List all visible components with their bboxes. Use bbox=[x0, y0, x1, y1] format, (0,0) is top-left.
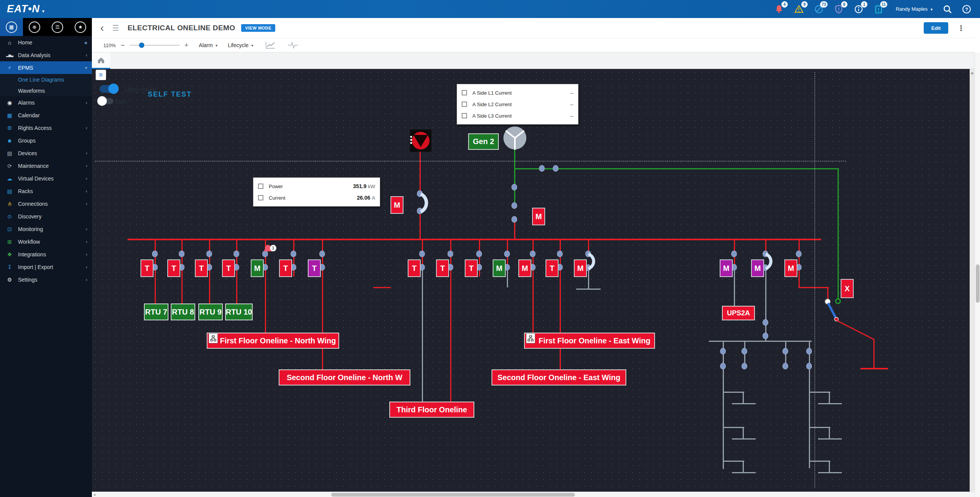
shield-alert-icon[interactable]: 6 bbox=[834, 4, 844, 14]
diagram-shape bbox=[421, 194, 426, 212]
sidebar-item-data-analysis[interactable]: ▂▅▃Data Analysis‹ bbox=[0, 49, 92, 61]
sidebar-item-settings[interactable]: ⚙Settings‹ bbox=[0, 273, 92, 286]
device-node-m[interactable]: M bbox=[532, 208, 545, 225]
device-node-t[interactable]: T bbox=[195, 259, 208, 277]
device-node-t[interactable]: T bbox=[140, 259, 154, 277]
oneline-canvas[interactable]: ≡ Utility Power Gen SELF TEST A Side L1 … bbox=[92, 69, 975, 492]
device-node-m[interactable]: M bbox=[251, 259, 264, 277]
diagram-label[interactable]: RTU 7 bbox=[144, 303, 168, 320]
sidebar-item-racks[interactable]: ▤Racks‹ bbox=[0, 185, 92, 197]
sidebar-item-import-export[interactable]: ↧Import | Export‹ bbox=[0, 261, 92, 273]
device-node-t[interactable]: T bbox=[465, 259, 478, 277]
sidebar-item-integrations[interactable]: ❖Integrations‹ bbox=[0, 248, 92, 261]
rail-globe-icon[interactable]: ⊕ bbox=[23, 18, 46, 36]
sidebar-item-connections[interactable]: ⋔Connections‹ bbox=[0, 197, 92, 210]
alarm-bell-icon[interactable]: 4 bbox=[774, 4, 784, 14]
sidebar-item-alarms[interactable]: ◉Alarms‹ bbox=[0, 96, 92, 109]
eaton-logo[interactable]: EAT•N ▼ bbox=[0, 3, 46, 15]
diagram-label[interactable]: Second Floor Oneline - East Wing bbox=[492, 369, 626, 385]
diagram-label[interactable]: UPS2A bbox=[722, 306, 755, 320]
sidebar-item-monitoring[interactable]: ⊡Monitoring‹ bbox=[0, 223, 92, 235]
tab-home[interactable] bbox=[92, 52, 110, 69]
horizontal-scrollbar[interactable]: ◂ bbox=[92, 492, 975, 497]
vertical-scrollbar[interactable] bbox=[975, 52, 980, 497]
device-node-m[interactable]: M bbox=[751, 259, 764, 277]
device-node-x[interactable]: X bbox=[841, 279, 854, 298]
edit-button[interactable]: Edit bbox=[924, 22, 948, 34]
sidebar-item-one-line-diagrams[interactable]: One Line Diagrams bbox=[0, 74, 92, 85]
sidebar-item-epms[interactable]: ⚡EPMS▾ bbox=[0, 61, 92, 74]
badge-count: 9 bbox=[801, 1, 808, 8]
sidebar-item-devices[interactable]: ▤Devices‹ bbox=[0, 147, 92, 159]
zoom-out-button[interactable]: − bbox=[121, 42, 125, 49]
sidebar-item-groups[interactable]: ☻Groups bbox=[0, 134, 92, 147]
scroll-left-arrow-icon[interactable]: ◂ bbox=[93, 492, 95, 497]
sidebar-item-rights-access[interactable]: ⚙Rights Access‹ bbox=[0, 121, 92, 134]
checkbox[interactable] bbox=[258, 184, 263, 189]
home-icon: ⌂ bbox=[5, 39, 14, 46]
diagram-label[interactable]: First Floor Oneline - North Wing bbox=[207, 333, 339, 349]
diagram-label[interactable]: RTU 9 bbox=[198, 303, 223, 320]
diagram-label[interactable]: Second Floor Oneline - North W bbox=[279, 369, 410, 385]
diagram-label[interactable]: Third Floor Oneline bbox=[389, 402, 474, 418]
datapoint-value: 26.06A bbox=[357, 195, 375, 201]
sidebar-item-label: One Line Diagrams bbox=[18, 77, 64, 83]
device-node-t[interactable]: T bbox=[408, 259, 421, 277]
diagram-label[interactable]: RTU 8 bbox=[171, 303, 195, 320]
canvas-right-strip[interactable]: » bbox=[970, 69, 975, 492]
device-node-m[interactable]: M bbox=[518, 259, 531, 277]
kebab-menu-icon[interactable]: ⋮ bbox=[957, 24, 965, 33]
alarm-dropdown[interactable]: Alarm▾ bbox=[199, 42, 217, 48]
layers-list-button[interactable]: ≡ bbox=[96, 70, 106, 80]
sidebar-item-maintenance[interactable]: ⟳Maintenance‹ bbox=[0, 159, 92, 172]
back-icon[interactable]: ‹ bbox=[100, 23, 104, 33]
user-menu[interactable]: Randy Maples ▼ bbox=[896, 6, 933, 12]
device-node-m[interactable]: M bbox=[493, 259, 506, 277]
device-node-t[interactable]: T bbox=[436, 259, 449, 277]
device-node-t[interactable]: T bbox=[167, 259, 180, 277]
device-node-t[interactable]: T bbox=[222, 259, 235, 277]
device-node-m[interactable]: M bbox=[574, 259, 587, 277]
diagram-label[interactable]: First Floor Oneline - East Wing bbox=[524, 333, 655, 349]
warning-icon[interactable]: 9 bbox=[794, 4, 804, 14]
sidebar-item-home[interactable]: ⌂Home« bbox=[0, 36, 92, 49]
help-icon[interactable]: ? bbox=[962, 4, 972, 14]
task-alert-icon[interactable]: 11 bbox=[874, 4, 884, 14]
device-node-m[interactable]: M bbox=[784, 259, 797, 277]
trend-chart-icon[interactable] bbox=[265, 41, 276, 49]
vertical-scroll-thumb[interactable] bbox=[976, 264, 980, 303]
device-node-t[interactable]: T bbox=[546, 259, 559, 277]
rail-list-icon[interactable]: ☰ bbox=[46, 18, 69, 36]
rail-apps-grid-icon[interactable]: ▦ bbox=[0, 18, 23, 36]
lifecycle-dropdown[interactable]: Lifecycle▾ bbox=[228, 42, 253, 48]
blocked-icon[interactable]: 73 bbox=[814, 4, 824, 14]
checkbox[interactable] bbox=[462, 113, 467, 118]
waveform-icon[interactable] bbox=[287, 41, 298, 49]
zoom-slider[interactable] bbox=[130, 45, 180, 46]
sidebar-item-calendar[interactable]: ▦Calendar bbox=[0, 109, 92, 121]
sidebar-item-label: Connections bbox=[18, 201, 48, 207]
search-icon[interactable] bbox=[942, 4, 952, 14]
info-icon[interactable]: 1 bbox=[854, 4, 864, 14]
device-node-m[interactable]: M bbox=[720, 259, 733, 277]
device-node-m[interactable]: M bbox=[390, 196, 403, 214]
checkbox[interactable] bbox=[258, 195, 263, 200]
sidebar-item-virtual-devices[interactable]: ☁Virtual Devices‹ bbox=[0, 172, 92, 185]
sidebar-item-discovery[interactable]: ⊙Discovery bbox=[0, 210, 92, 223]
utility-power-toggle[interactable] bbox=[100, 85, 117, 93]
diagram-label[interactable]: RTU 10 bbox=[225, 303, 253, 320]
zoom-slider-knob[interactable] bbox=[139, 43, 144, 48]
checkbox[interactable] bbox=[462, 102, 467, 107]
checkbox[interactable] bbox=[462, 90, 467, 95]
diagram-label[interactable]: Gen 2 bbox=[468, 133, 499, 150]
device-node-t[interactable]: T bbox=[279, 259, 292, 277]
diagram-shape bbox=[836, 299, 840, 303]
zoom-in-button[interactable]: + bbox=[185, 42, 189, 49]
menu-icon[interactable]: ☰ bbox=[112, 23, 119, 33]
gen-toggle[interactable] bbox=[99, 98, 113, 104]
sidebar-item-waveforms[interactable]: Waveforms bbox=[0, 85, 92, 96]
sidebar-item-workflow[interactable]: ⊞Workflow‹ bbox=[0, 235, 92, 248]
rail-favorites-star-icon[interactable]: ★ bbox=[69, 18, 92, 36]
device-node-t[interactable]: T bbox=[308, 259, 321, 277]
horizontal-scroll-thumb[interactable] bbox=[331, 493, 575, 497]
